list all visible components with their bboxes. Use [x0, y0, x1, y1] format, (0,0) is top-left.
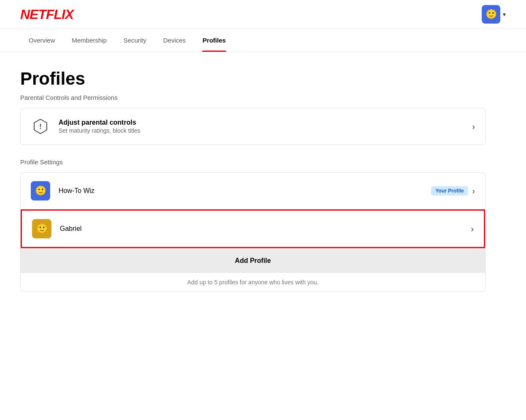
how-to-wiz-right: Your Profile › [431, 186, 475, 196]
profile-settings-label: Profile Settings [20, 158, 486, 166]
svg-text:!: ! [39, 123, 41, 130]
header: NETFLIX 🙂 ▾ [0, 0, 526, 29]
parental-controls-chevron-icon: › [472, 122, 475, 131]
profile-avatar-gabriel: 🙂 [32, 219, 51, 238]
netflix-logo: NETFLIX [20, 7, 73, 22]
nav-bar: Overview Membership Security Devices Pro… [0, 29, 526, 52]
profile-avatar-how-to-wiz: 🙂 [31, 181, 50, 201]
parental-controls-content: Adjust parental controls Set maturity ra… [59, 119, 472, 134]
add-profile-label: Add Profile [235, 257, 271, 265]
avatar-icon: 🙂 [482, 5, 500, 24]
your-profile-badge: Your Profile [431, 186, 468, 195]
add-profile-row[interactable]: Add Profile [21, 248, 485, 273]
profile-row-gabriel-wrapper: 🙂 Gabriel › [21, 209, 485, 248]
nav-item-devices[interactable]: Devices [155, 29, 194, 51]
profile-row-how-to-wiz[interactable]: 🙂 How-To Wiz Your Profile › [21, 173, 485, 209]
parental-controls-right: › [472, 122, 475, 131]
how-to-wiz-chevron-icon: › [472, 186, 475, 196]
nav-item-profiles[interactable]: Profiles [194, 29, 234, 51]
parental-controls-title: Adjust parental controls [59, 119, 472, 126]
profile-row-gabriel[interactable]: 🙂 Gabriel › [22, 211, 484, 247]
profiles-card: 🙂 How-To Wiz Your Profile › 🙂 Gabriel › [20, 172, 486, 292]
gabriel-chevron-icon: › [471, 224, 474, 234]
parental-controls-icon: ! [31, 117, 50, 136]
nav-item-membership[interactable]: Membership [64, 29, 115, 51]
parental-controls-subtitle: Set maturity ratings, block titles [59, 127, 472, 134]
profile-label-how-to-wiz: How-To Wiz [59, 187, 94, 194]
parental-controls-card: ! Adjust parental controls Set maturity … [20, 108, 486, 145]
gabriel-right: › [471, 224, 474, 234]
page-title: Profiles [20, 69, 486, 89]
parental-controls-row[interactable]: ! Adjust parental controls Set maturity … [21, 108, 485, 144]
dropdown-arrow-icon: ▾ [503, 11, 506, 18]
main-content: Profiles Parental Controls and Permissio… [0, 52, 506, 309]
profile-name-how-to-wiz: How-To Wiz [59, 187, 431, 195]
profile-label-gabriel: Gabriel [60, 225, 82, 232]
nav-item-security[interactable]: Security [115, 29, 155, 51]
profile-name-gabriel: Gabriel [60, 225, 471, 233]
nav-item-overview[interactable]: Overview [20, 29, 64, 51]
avatar-wrapper[interactable]: 🙂 ▾ [482, 5, 506, 24]
add-profile-hint: Add up to 5 profiles for anyone who live… [21, 273, 485, 292]
parental-section-label: Parental Controls and Permissions [20, 94, 486, 101]
